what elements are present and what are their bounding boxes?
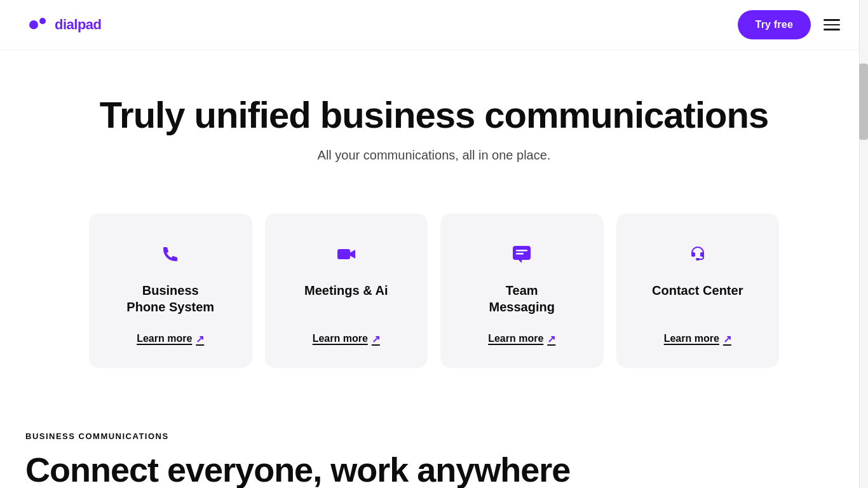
headset-icon bbox=[682, 239, 713, 269]
learn-more-messaging-arrow: ↗ bbox=[547, 333, 555, 345]
svg-rect-4 bbox=[516, 250, 527, 252]
hero-subtitle: All your communications, all in one plac… bbox=[25, 148, 843, 163]
svg-point-0 bbox=[29, 20, 38, 29]
scrollbar[interactable] bbox=[859, 0, 868, 488]
navbar: dialpad Try free bbox=[0, 0, 868, 50]
learn-more-contact-arrow: ↗ bbox=[723, 333, 731, 345]
bottom-title: Connect everyone, work anywhere bbox=[25, 451, 843, 488]
svg-rect-5 bbox=[516, 253, 524, 255]
svg-point-1 bbox=[39, 18, 46, 24]
learn-more-meetings-label: Learn more bbox=[313, 333, 368, 344]
learn-more-contact[interactable]: Learn more ↗ bbox=[664, 333, 731, 345]
learn-more-messaging-label: Learn more bbox=[488, 333, 543, 344]
learn-more-phone-arrow: ↗ bbox=[196, 333, 204, 345]
learn-more-phone-label: Learn more bbox=[137, 333, 192, 344]
card-title-meetings: Meetings & Ai bbox=[304, 282, 388, 299]
hero-title: Truly unified business communications bbox=[25, 95, 843, 135]
card-title-contact: Contact Center bbox=[652, 282, 743, 299]
logo-icon bbox=[25, 13, 50, 37]
business-label: BUSINESS COMMUNICATIONS bbox=[25, 431, 843, 441]
svg-rect-2 bbox=[337, 249, 350, 259]
hamburger-line-2 bbox=[824, 24, 840, 26]
video-icon bbox=[331, 239, 362, 269]
learn-more-messaging[interactable]: Learn more ↗ bbox=[488, 333, 555, 345]
card-contact-center: Contact Center Learn more ↗ bbox=[616, 214, 780, 368]
learn-more-contact-label: Learn more bbox=[664, 333, 719, 344]
hamburger-line-3 bbox=[824, 29, 840, 30]
logo-text: dialpad bbox=[55, 17, 102, 33]
chat-icon bbox=[506, 239, 537, 269]
scrollbar-thumb[interactable] bbox=[859, 64, 868, 140]
card-title-messaging: TeamMessaging bbox=[489, 282, 555, 315]
bottom-section: BUSINESS COMMUNICATIONS Connect everyone… bbox=[0, 406, 868, 488]
cards-grid: BusinessPhone System Learn more ↗ Meetin… bbox=[89, 214, 779, 368]
hamburger-line-1 bbox=[824, 19, 840, 21]
learn-more-meetings[interactable]: Learn more ↗ bbox=[313, 333, 380, 345]
phone-icon bbox=[155, 239, 186, 269]
card-meetings-ai: Meetings & Ai Learn more ↗ bbox=[265, 214, 428, 368]
nav-right: Try free bbox=[738, 10, 843, 39]
card-team-messaging: TeamMessaging Learn more ↗ bbox=[440, 214, 604, 368]
logo[interactable]: dialpad bbox=[25, 13, 102, 37]
card-title-phone: BusinessPhone System bbox=[126, 282, 214, 315]
menu-button[interactable] bbox=[821, 17, 843, 33]
learn-more-meetings-arrow: ↗ bbox=[372, 333, 380, 345]
hero-section: Truly unified business communications Al… bbox=[0, 50, 868, 188]
learn-more-phone[interactable]: Learn more ↗ bbox=[137, 333, 204, 345]
card-business-phone: BusinessPhone System Learn more ↗ bbox=[89, 214, 252, 368]
cards-section: BusinessPhone System Learn more ↗ Meetin… bbox=[0, 188, 868, 406]
try-free-button[interactable]: Try free bbox=[738, 10, 811, 39]
